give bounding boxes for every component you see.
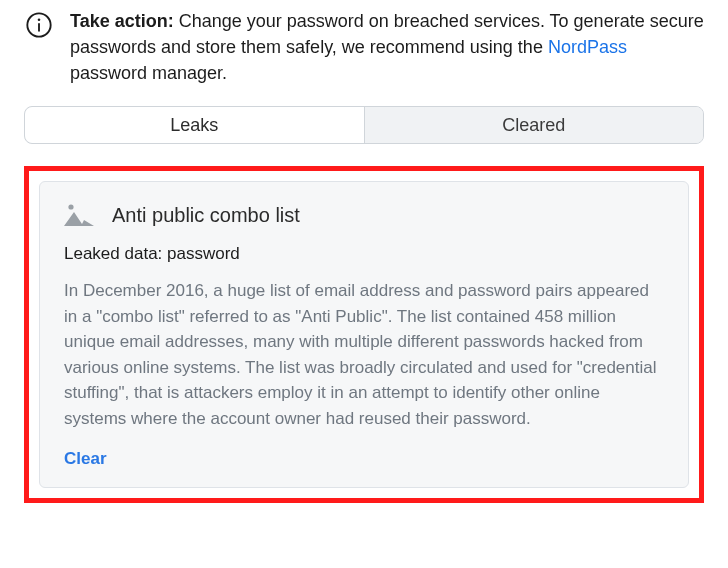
highlight-box: Anti public combo list Leaked data: pass… — [24, 166, 704, 503]
tabs: Leaks Cleared — [24, 106, 704, 144]
take-action-text: Take action: Change your password on bre… — [70, 8, 704, 86]
leaked-data-line: Leaked data: password — [64, 244, 664, 264]
tab-leaks-label: Leaks — [170, 115, 218, 136]
take-action-banner: Take action: Change your password on bre… — [24, 8, 704, 86]
svg-point-1 — [38, 18, 41, 21]
leaked-value: password — [167, 244, 240, 263]
take-action-label: Take action: — [70, 11, 174, 31]
take-action-post: password manager. — [70, 63, 227, 83]
svg-point-4 — [68, 205, 73, 210]
nordpass-link[interactable]: NordPass — [548, 37, 627, 57]
info-icon — [24, 10, 54, 40]
tab-cleared-label: Cleared — [502, 115, 565, 136]
tab-leaks[interactable]: Leaks — [25, 107, 365, 143]
svg-marker-3 — [64, 212, 94, 226]
breach-title: Anti public combo list — [112, 204, 300, 227]
leaked-label: Leaked data: — [64, 244, 162, 263]
clear-button[interactable]: Clear — [64, 449, 107, 469]
breach-card: Anti public combo list Leaked data: pass… — [39, 181, 689, 488]
breach-card-header: Anti public combo list — [64, 202, 664, 228]
breach-image-icon — [64, 202, 94, 228]
tab-cleared[interactable]: Cleared — [365, 107, 704, 143]
breach-description: In December 2016, a huge list of email a… — [64, 278, 664, 431]
